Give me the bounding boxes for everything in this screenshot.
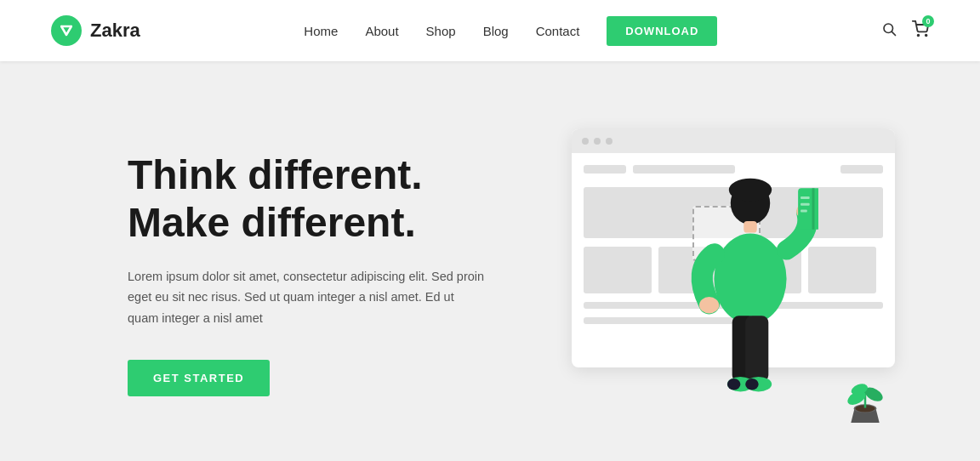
svg-point-5 [729, 179, 772, 202]
search-icon [881, 21, 897, 37]
svg-rect-12 [801, 196, 810, 199]
browser-dot-1 [582, 138, 589, 145]
person-figure [682, 172, 818, 427]
svg-rect-6 [744, 221, 756, 233]
mock-card-4 [808, 247, 876, 293]
svg-point-8 [699, 297, 719, 313]
logo-area[interactable]: Zakra [51, 15, 140, 46]
nav-link-about[interactable]: About [365, 24, 398, 38]
cart-button[interactable]: 0 [912, 20, 929, 42]
browser-bar [572, 129, 895, 153]
logo-icon [51, 15, 82, 46]
browser-dot-2 [594, 138, 601, 145]
nav-link-contact[interactable]: Contact [536, 24, 580, 38]
search-button[interactable] [881, 21, 897, 41]
svg-point-19 [727, 378, 740, 390]
hero-description: Lorem ipsum dolor sit amet, consectetur … [128, 266, 487, 329]
get-started-button[interactable]: GET STARTED [128, 360, 270, 396]
nav-link-shop[interactable]: Shop [426, 24, 456, 38]
mock-rect [840, 165, 883, 174]
nav-link-home[interactable]: Home [304, 24, 338, 38]
site-header: Zakra Home About Shop Blog Contact DOWNL… [0, 0, 980, 61]
svg-point-7 [714, 234, 786, 324]
svg-rect-10 [798, 188, 818, 229]
logo-text: Zakra [90, 20, 140, 42]
svg-point-3 [926, 34, 927, 36]
download-button[interactable]: DOWNLOAD [607, 16, 717, 46]
svg-point-2 [918, 34, 920, 36]
browser-dot-3 [606, 138, 612, 145]
svg-point-20 [745, 378, 758, 390]
svg-rect-13 [801, 203, 810, 206]
svg-rect-16 [745, 316, 768, 381]
nav-link-blog[interactable]: Blog [483, 24, 509, 38]
hero-illustration [487, 112, 895, 435]
header-actions: 0 [881, 20, 929, 42]
hero-section: Think different. Make different. Lorem i… [0, 61, 980, 461]
svg-rect-14 [801, 210, 807, 213]
svg-rect-11 [812, 188, 815, 229]
svg-line-1 [892, 31, 895, 35]
hero-content: Think different. Make different. Lorem i… [128, 151, 487, 396]
mock-card-1 [584, 247, 652, 293]
plant-figure [844, 376, 886, 427]
mock-rect [584, 165, 626, 174]
main-nav: Home About Shop Blog Contact DOWNLOAD [304, 16, 717, 46]
hero-title: Think different. Make different. [128, 151, 487, 245]
cart-badge: 0 [922, 15, 934, 27]
